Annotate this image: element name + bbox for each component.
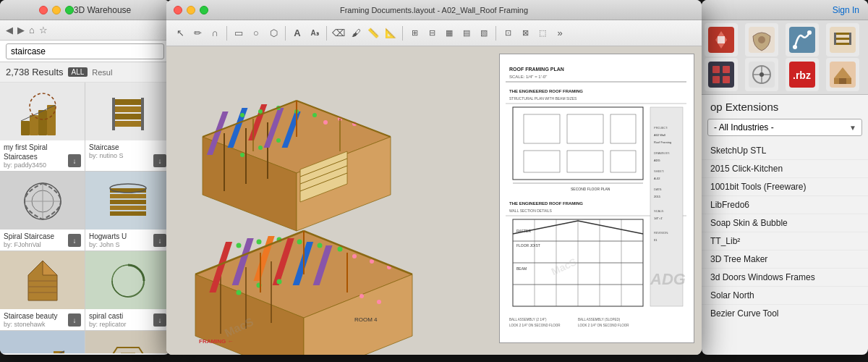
- svg-rect-113: [524, 151, 560, 172]
- ext-icon-svg-3: [788, 25, 817, 54]
- warehouse-item-4[interactable]: Hogwarts U by: John S ↓: [85, 172, 170, 251]
- chart-tool-1[interactable]: ▦: [441, 25, 457, 41]
- ext-icon-6[interactable]: [745, 58, 778, 91]
- ext-list-item-3[interactable]: LibFredo6: [702, 196, 868, 214]
- warehouse-item-8[interactable]: Conceptual by: Signature ↓: [85, 331, 170, 353]
- svg-point-88: [352, 254, 357, 258]
- ext-list-item-2[interactable]: 1001bit Tools (Freeware): [702, 178, 868, 196]
- download-btn-2[interactable]: ↓: [153, 154, 166, 167]
- warehouse-item-1[interactable]: my first Spiral Staircases by: paddy3450…: [0, 83, 85, 171]
- main-close-button[interactable]: [174, 6, 182, 14]
- svg-point-85: [237, 290, 242, 295]
- warehouse-item-7[interactable]: Right Angle Staircase by: John F ↓: [0, 331, 85, 353]
- close-button[interactable]: [39, 6, 48, 14]
- download-btn-3[interactable]: ↓: [68, 234, 81, 247]
- minimize-button[interactable]: [52, 6, 61, 14]
- svg-text:DATE:: DATE:: [654, 188, 662, 191]
- star-icon[interactable]: ☆: [39, 25, 48, 35]
- main-minimize-button[interactable]: [187, 6, 195, 14]
- ext-icon-1[interactable]: [705, 23, 738, 56]
- ext-list-item-0[interactable]: SketchUp STL: [702, 142, 868, 160]
- polygon-tool[interactable]: ⬡: [265, 25, 281, 41]
- svg-rect-112: [610, 114, 636, 143]
- ext-list-item-5[interactable]: TT_Lib²: [702, 232, 868, 251]
- staircase-preview-7: [14, 333, 72, 354]
- download-btn-4[interactable]: ↓: [153, 234, 166, 247]
- svg-rect-20: [110, 211, 146, 216]
- eraser-tool[interactable]: ⌫: [331, 25, 346, 41]
- view-tool-1[interactable]: ⊡: [500, 25, 516, 41]
- search-input[interactable]: staircase: [6, 43, 164, 59]
- ext-list-item-9[interactable]: Bezier Curve Tool: [702, 305, 868, 320]
- tape-tool[interactable]: 📐: [383, 25, 399, 41]
- back-icon[interactable]: ◀: [6, 25, 13, 35]
- svg-rect-18: [110, 200, 146, 204]
- warehouse-item-3[interactable]: Spiral Staircase by: FJohnVal ↓: [0, 172, 85, 251]
- view-tool-3[interactable]: ⬚: [535, 25, 550, 41]
- svg-rect-171: [712, 66, 720, 73]
- svg-text:BALL ASSEMBLY (2 1/4"): BALL ASSEMBLY (2 1/4"): [509, 318, 547, 321]
- ext-icon-8[interactable]: [826, 58, 859, 91]
- paint-tool[interactable]: 🖌: [348, 25, 364, 41]
- pencil-tool[interactable]: ✏: [190, 25, 205, 41]
- chart-tool-2[interactable]: ▤: [459, 25, 475, 41]
- staircase-preview-2: [99, 85, 157, 139]
- circle-tool[interactable]: ○: [248, 25, 264, 41]
- ext-icon-3[interactable]: [786, 23, 819, 56]
- warehouse-item-6[interactable]: spiral casti by: replicator ↓: [85, 251, 170, 330]
- home-icon[interactable]: ⌂: [29, 25, 35, 35]
- ext-heading-text: op Extensions: [710, 101, 778, 113]
- all-filter-badge[interactable]: ALL: [68, 67, 88, 77]
- svg-text:ROOM 4: ROOM 4: [354, 316, 378, 323]
- main-maximize-button[interactable]: [200, 6, 208, 14]
- ext-icon-5[interactable]: [705, 58, 738, 91]
- measure-tool[interactable]: 📏: [365, 25, 381, 41]
- text-tool[interactable]: A: [289, 25, 305, 41]
- more-tools[interactable]: »: [552, 25, 568, 41]
- industry-dropdown-wrapper: - All Industries - Architecture Interior…: [707, 119, 862, 136]
- forward-icon[interactable]: ▶: [17, 25, 25, 35]
- warehouse-item-5[interactable]: Staircase beauty by: stonehawk ↓: [0, 251, 85, 330]
- industry-select[interactable]: - All Industries - Architecture Interior…: [707, 119, 862, 136]
- industry-dropdown-container: - All Industries - Architecture Interior…: [707, 119, 862, 136]
- svg-point-84: [338, 247, 343, 252]
- view-tool-2[interactable]: ⊠: [517, 25, 533, 41]
- 3dtext-tool[interactable]: A₃: [307, 25, 323, 41]
- svg-point-162: [793, 45, 797, 49]
- ext-icon-svg-4: [828, 25, 857, 54]
- download-btn-5[interactable]: ↓: [68, 313, 81, 327]
- svg-rect-170: [708, 62, 734, 88]
- svg-rect-6: [114, 99, 142, 105]
- item-thumbnail-3: [0, 172, 85, 230]
- ext-icon-2[interactable]: [745, 23, 778, 56]
- download-icon-6: ↓: [158, 316, 162, 324]
- ext-list-item-8[interactable]: Solar North: [702, 287, 868, 305]
- download-btn-1[interactable]: ↓: [68, 154, 81, 167]
- table-tool-1[interactable]: ⊞: [407, 25, 422, 41]
- select-tool[interactable]: ↖: [172, 25, 188, 41]
- svg-text:ADG: ADG: [654, 159, 660, 162]
- item-thumbnail-6: [85, 251, 170, 309]
- maximize-button[interactable]: [65, 6, 74, 14]
- chart-tool-3[interactable]: ▧: [476, 25, 492, 41]
- warehouse-item-2[interactable]: Staircase by: nutino S ↓: [85, 83, 170, 171]
- ext-icon-7[interactable]: .rbz: [786, 58, 819, 91]
- rect-tool[interactable]: ▭: [231, 25, 247, 41]
- ext-list-item-7[interactable]: 3d Doors Windows Frames: [702, 269, 868, 287]
- ext-list-item-1[interactable]: 2015 Click-Kitchen: [702, 160, 868, 178]
- canvas-area[interactable]: FRAMING ← ROOM 4 STONE WALL ASSEMBLY (2 …: [166, 46, 702, 355]
- svg-text:WALL SECTION DETAILS: WALL SECTION DETAILS: [509, 209, 552, 213]
- svg-text:A-02: A-02: [654, 177, 660, 180]
- ext-list-item-6[interactable]: 3D Tree Maker: [702, 251, 868, 269]
- ext-icon-4[interactable]: [826, 23, 859, 56]
- table-tool-2[interactable]: ⊟: [424, 25, 440, 41]
- warehouse-panel: 3D Warehouse ◀ ▶ ⌂ ☆ staircase 2,738 Res…: [0, 0, 170, 355]
- item-thumbnail-1: [0, 83, 85, 140]
- arc-tool[interactable]: ∩: [207, 25, 223, 41]
- ext-list-item-4[interactable]: Soap Skin & Bubble: [702, 214, 868, 232]
- sign-in-link[interactable]: Sign In: [833, 5, 859, 15]
- item-thumbnail-4: [85, 172, 170, 230]
- download-btn-6[interactable]: ↓: [153, 313, 166, 327]
- svg-rect-19: [110, 206, 146, 210]
- svg-point-160: [758, 36, 765, 43]
